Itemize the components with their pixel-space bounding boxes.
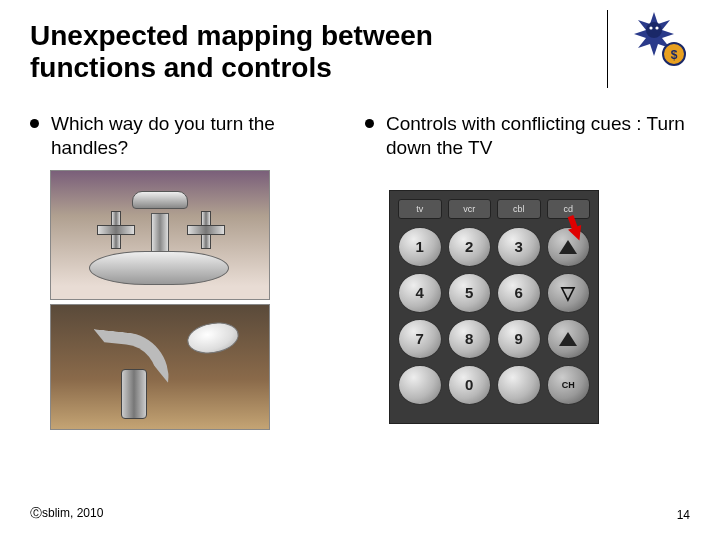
svg-point-1 [646, 22, 662, 38]
svg-point-2 [649, 26, 652, 29]
remote-key [398, 365, 442, 405]
remote-tab: cbl [497, 199, 541, 219]
remote-key: 8 [448, 319, 492, 359]
remote-tab: vcr [448, 199, 492, 219]
bullet-icon [365, 119, 374, 128]
copyright-footer: Ⓒsblim, 2010 [30, 505, 103, 522]
slide: $ Unexpected mapping between functions a… [0, 0, 720, 540]
page-number: 14 [677, 508, 690, 522]
faucet-two-handle-image [50, 170, 270, 300]
remote-key: 7 [398, 319, 442, 359]
remote-key: 2 [448, 227, 492, 267]
remote-mode-row: tv vcr cbl cd [398, 199, 590, 219]
remote-channel-up [547, 319, 591, 359]
bullet-text-right: Controls with conflicting cues : Turn do… [386, 112, 690, 160]
faucet-single-handle-image [50, 304, 270, 430]
remote-key: 1 [398, 227, 442, 267]
slide-title: Unexpected mapping between functions and… [30, 20, 500, 84]
remote-keypad: 1 2 3 4 5 6 ▽ 7 8 9 0 CH [398, 227, 590, 405]
svg-point-3 [655, 26, 658, 29]
remote-key: 5 [448, 273, 492, 313]
content-columns: Which way do you turn the handles? [30, 112, 690, 430]
left-images [50, 170, 355, 430]
header-divider [607, 10, 608, 88]
remote-key: 6 [497, 273, 541, 313]
remote-key: 0 [448, 365, 492, 405]
right-column: Controls with conflicting cues : Turn do… [365, 112, 690, 430]
remote-tab: tv [398, 199, 442, 219]
remote-control-image: tv vcr cbl cd 1 2 3 4 5 6 ▽ 7 8 9 [389, 190, 599, 424]
bullet-icon [30, 119, 39, 128]
remote-key: 9 [497, 319, 541, 359]
remote-channel-down: CH [547, 365, 591, 405]
remote-key [497, 365, 541, 405]
remote-volume-down: ▽ [547, 273, 591, 313]
remote-key: 3 [497, 227, 541, 267]
svg-text:$: $ [671, 48, 678, 62]
remote-key: 4 [398, 273, 442, 313]
bullet-item: Controls with conflicting cues : Turn do… [365, 112, 690, 160]
bullet-item: Which way do you turn the handles? [30, 112, 355, 160]
logo-icon: $ [622, 8, 686, 72]
bullet-text-left: Which way do you turn the handles? [51, 112, 355, 160]
left-column: Which way do you turn the handles? [30, 112, 355, 430]
